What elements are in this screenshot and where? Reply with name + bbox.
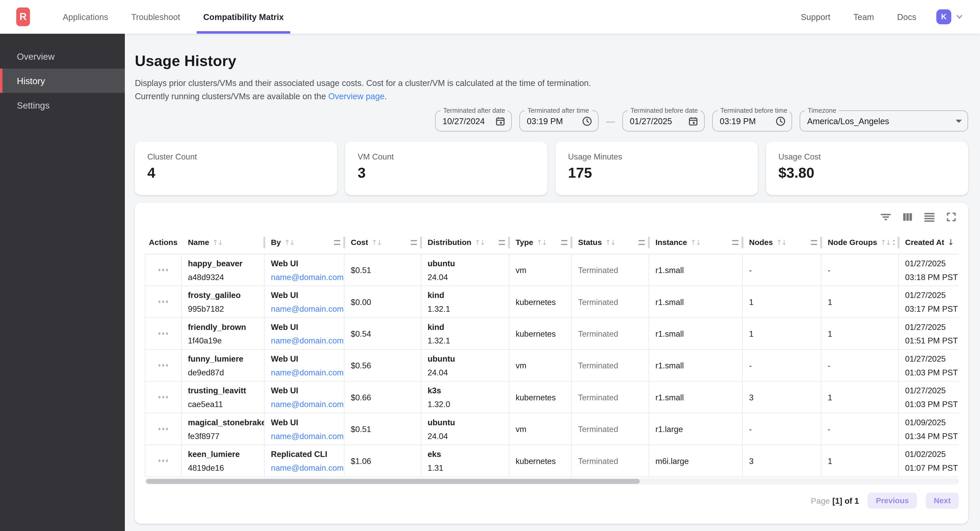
calendar-icon[interactable] <box>495 116 506 126</box>
created-by-email-link[interactable]: name@domain.com <box>271 463 344 472</box>
terminated-after-time-field[interactable]: Terminated after time 03:19 PM <box>519 110 599 132</box>
column-label: Status <box>578 238 602 247</box>
sort-icon[interactable]: ↑↓ <box>605 238 615 247</box>
nav-link-docs[interactable]: Docs <box>897 12 916 22</box>
column-header-created-at[interactable]: Created At↓ <box>899 231 959 254</box>
row-actions-button[interactable] <box>156 362 170 369</box>
column-menu-icon[interactable] <box>499 240 505 245</box>
created-time: 01:03 PM PST <box>905 368 959 377</box>
cluster-name: happy_beaver <box>188 258 264 268</box>
columns-icon[interactable] <box>902 211 913 223</box>
column-header-by[interactable]: By↑↓ <box>265 231 345 254</box>
column-header-nodes[interactable]: Nodes↑↓ <box>743 231 821 254</box>
row-actions-button[interactable] <box>156 298 170 306</box>
sidebar-item-settings[interactable]: Settings <box>0 93 125 117</box>
distribution-version: 1.31 <box>428 463 509 472</box>
sort-icon[interactable]: ↑↓ <box>536 238 546 247</box>
sidebar-item-history[interactable]: History <box>0 68 125 93</box>
column-header-type[interactable]: Type↑↓ <box>509 231 572 254</box>
tab-applications[interactable]: Applications <box>51 0 120 34</box>
column-menu-icon[interactable] <box>811 240 817 245</box>
horizontal-scrollbar-thumb[interactable] <box>146 479 640 484</box>
fullscreen-icon[interactable] <box>946 211 957 223</box>
created-by-source: Web UI <box>271 290 344 300</box>
sort-desc-icon[interactable]: ↓ <box>948 238 954 247</box>
table-row: funny_lumierede9ed87d Web UIname@domain.… <box>145 350 959 381</box>
column-menu-icon[interactable] <box>893 240 894 245</box>
next-page-button[interactable]: Next <box>926 493 959 509</box>
tab-compatibility-matrix[interactable]: Compatibility Matrix <box>192 0 295 34</box>
column-menu-icon[interactable] <box>410 240 417 245</box>
clock-icon[interactable] <box>775 116 786 126</box>
calendar-icon[interactable] <box>688 116 698 126</box>
overview-page-link[interactable]: Overview page <box>328 92 384 101</box>
cluster-id: fe3f8977 <box>188 431 264 441</box>
row-actions-button[interactable] <box>156 425 170 433</box>
row-actions-button[interactable] <box>156 393 170 401</box>
stat-cards: Cluster Count 4 VM Count 3 Usage Minutes… <box>135 141 968 195</box>
column-menu-icon[interactable] <box>334 240 340 245</box>
sort-icon[interactable]: ↑↓ <box>212 238 223 247</box>
column-menu-icon[interactable] <box>561 240 568 245</box>
sort-icon[interactable]: ↑↓ <box>474 238 485 247</box>
page-title: Usage History <box>135 52 968 70</box>
created-by-email-link[interactable]: name@domain.com <box>271 336 344 345</box>
cost-cell: $0.51 <box>345 413 422 444</box>
node-groups-cell: 1 <box>821 445 899 476</box>
column-header-node-groups[interactable]: Node Groups↑↓ <box>821 231 899 254</box>
column-label: Name <box>188 238 209 247</box>
avatar[interactable]: K <box>936 10 951 24</box>
previous-page-button[interactable]: Previous <box>868 493 917 509</box>
tab-label: Compatibility Matrix <box>203 12 284 22</box>
nav-link-support[interactable]: Support <box>801 12 830 22</box>
row-actions-button[interactable] <box>156 266 170 274</box>
stat-label: Usage Minutes <box>568 152 745 162</box>
sort-icon[interactable]: ↑↓ <box>284 238 294 247</box>
sort-icon[interactable]: ↑↓ <box>371 238 381 247</box>
created-by-email-link[interactable]: name@domain.com <box>271 368 344 377</box>
created-by-source: Web UI <box>271 385 344 395</box>
sort-icon[interactable]: ↑↓ <box>880 238 890 247</box>
column-header-distribution[interactable]: Distribution↑↓ <box>422 231 509 254</box>
terminated-before-date-field[interactable]: Terminated before date 01/27/2025 <box>622 110 705 132</box>
sort-icon[interactable]: ↑↓ <box>690 238 700 247</box>
tab-troubleshoot[interactable]: Troubleshoot <box>119 0 192 34</box>
created-by-email-link[interactable]: name@domain.com <box>271 399 344 409</box>
nav-link-team[interactable]: Team <box>853 12 874 22</box>
created-date: 01/27/2025 <box>905 322 959 331</box>
chevron-down-icon[interactable] <box>955 13 964 21</box>
column-header-name[interactable]: Name↑↓ <box>181 231 264 254</box>
node-groups-value: 1 <box>827 329 898 338</box>
created-time: 01:34 PM PST <box>905 431 959 441</box>
density-icon[interactable] <box>924 211 935 223</box>
column-header-instance[interactable]: Instance↑↓ <box>649 231 743 254</box>
column-menu-icon[interactable] <box>732 240 738 245</box>
stat-usage-cost: Usage Cost $3.80 <box>766 141 968 195</box>
clock-icon[interactable] <box>582 116 592 126</box>
node-groups-cell: 1 <box>821 286 899 317</box>
type-value: kubernetes <box>515 456 571 466</box>
terminated-before-time-field[interactable]: Terminated before time 03:19 PM <box>712 110 792 132</box>
filter-icon[interactable] <box>880 211 891 223</box>
row-actions-button[interactable] <box>156 457 170 464</box>
created-at-cell: 01/02/202501:07 PM PST <box>899 445 959 476</box>
column-header-cost[interactable]: Cost↑↓ <box>345 231 422 254</box>
column-header-status[interactable]: Status↑↓ <box>572 231 649 254</box>
created-by-email-link[interactable]: name@domain.com <box>271 304 344 313</box>
sidebar-item-overview[interactable]: Overview <box>0 44 125 68</box>
replicated-logo[interactable]: R <box>16 8 30 26</box>
created-by-email-link[interactable]: name@domain.com <box>271 431 344 441</box>
row-actions-button[interactable] <box>156 330 170 337</box>
node-groups-cell: - <box>821 254 899 285</box>
created-by-email-link[interactable]: name@domain.com <box>271 272 344 282</box>
created-date: 01/02/2025 <box>905 449 959 458</box>
stat-label: Cluster Count <box>147 152 325 162</box>
actions-cell <box>145 254 182 285</box>
cluster-id: 4819de16 <box>188 463 264 472</box>
timezone-select[interactable]: Timezone America/Los_Angeles <box>800 110 968 132</box>
column-menu-icon[interactable] <box>638 240 645 245</box>
caret-down-icon[interactable] <box>956 119 962 123</box>
field-value: 01/27/2025 <box>630 116 672 126</box>
terminated-after-date-field[interactable]: Terminated after date 10/27/2024 <box>435 110 512 132</box>
sort-icon[interactable]: ↑↓ <box>776 238 786 247</box>
